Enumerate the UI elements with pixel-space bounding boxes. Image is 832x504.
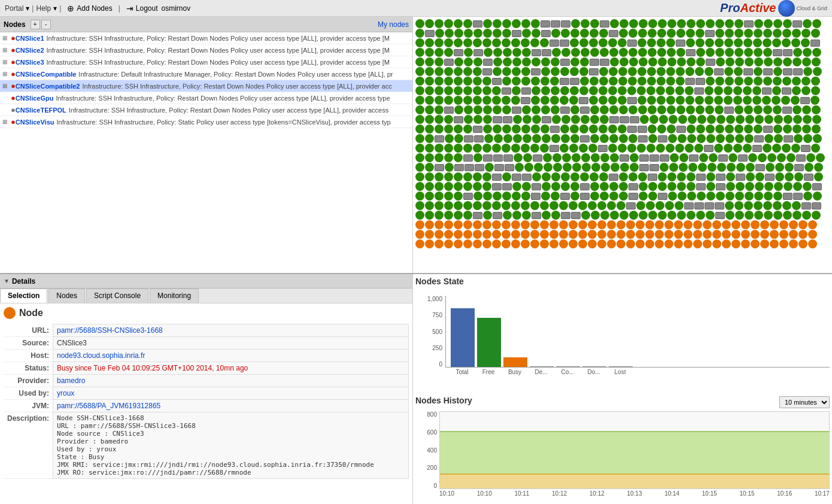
node-cell[interactable] bbox=[752, 145, 762, 152]
node-name[interactable]: CNSlice3 bbox=[16, 59, 44, 66]
node-cell[interactable] bbox=[687, 134, 696, 143]
node-cell[interactable] bbox=[600, 105, 609, 114]
node-cell[interactable] bbox=[764, 182, 773, 191]
node-cell[interactable] bbox=[570, 86, 579, 95]
node-cell[interactable] bbox=[435, 67, 444, 76]
node-cell[interactable] bbox=[425, 201, 434, 210]
node-cell[interactable] bbox=[772, 144, 781, 153]
node-cell[interactable] bbox=[657, 105, 666, 114]
node-cell[interactable] bbox=[789, 220, 798, 229]
node-name[interactable]: CNSliceCompatible bbox=[16, 71, 76, 78]
node-cell[interactable] bbox=[789, 239, 798, 248]
node-cell[interactable] bbox=[745, 134, 754, 143]
node-cell[interactable] bbox=[600, 20, 609, 28]
node-cell[interactable] bbox=[697, 115, 706, 124]
node-cell[interactable] bbox=[628, 48, 637, 57]
node-cell[interactable] bbox=[493, 212, 502, 219]
node-cell[interactable] bbox=[599, 125, 608, 133]
node-cell[interactable] bbox=[657, 77, 666, 86]
node-cell[interactable] bbox=[733, 86, 742, 95]
node-cell[interactable] bbox=[454, 201, 463, 210]
node-cell[interactable] bbox=[649, 164, 659, 171]
node-cell[interactable] bbox=[758, 153, 767, 162]
node-cell[interactable] bbox=[743, 38, 752, 47]
node-cell[interactable] bbox=[812, 202, 821, 210]
node-cell[interactable] bbox=[733, 144, 742, 153]
node-cell[interactable] bbox=[492, 230, 501, 239]
node-cell[interactable] bbox=[598, 145, 608, 152]
node-cell[interactable] bbox=[775, 163, 784, 172]
node-cell[interactable] bbox=[792, 77, 801, 86]
expand-icon[interactable]: ⊞ bbox=[2, 83, 11, 89]
node-cell[interactable] bbox=[435, 29, 444, 38]
node-cell[interactable] bbox=[543, 163, 552, 172]
node-cell[interactable] bbox=[532, 212, 541, 219]
node-cell[interactable] bbox=[714, 96, 723, 105]
node-cell[interactable] bbox=[579, 86, 588, 95]
node-cell[interactable] bbox=[668, 192, 677, 201]
node-cell[interactable] bbox=[667, 19, 676, 28]
node-cell[interactable] bbox=[415, 19, 424, 28]
node-cell[interactable] bbox=[638, 105, 647, 114]
node-cell[interactable] bbox=[754, 192, 763, 201]
node-cell[interactable] bbox=[493, 19, 502, 28]
node-cell[interactable] bbox=[760, 239, 769, 248]
node-cell[interactable] bbox=[503, 116, 512, 123]
node-cell[interactable] bbox=[463, 86, 472, 95]
node-cell[interactable] bbox=[597, 230, 606, 239]
node-cell[interactable] bbox=[725, 125, 734, 133]
node-cell[interactable] bbox=[726, 182, 735, 191]
node-cell[interactable] bbox=[743, 144, 752, 153]
node-cell[interactable] bbox=[687, 125, 696, 133]
node-cell[interactable] bbox=[666, 144, 675, 153]
node-cell[interactable] bbox=[607, 201, 616, 210]
node-cell[interactable] bbox=[763, 77, 772, 86]
node-cell[interactable] bbox=[425, 38, 434, 47]
node-cell[interactable] bbox=[617, 220, 625, 229]
node-cell[interactable] bbox=[627, 97, 637, 104]
node-cell[interactable] bbox=[767, 153, 776, 162]
node-cell[interactable] bbox=[532, 172, 541, 181]
node-cell[interactable] bbox=[553, 163, 562, 172]
node-cell[interactable] bbox=[512, 174, 521, 181]
node-cell[interactable] bbox=[578, 220, 587, 229]
node-cell[interactable] bbox=[425, 125, 434, 133]
node-cell[interactable] bbox=[620, 154, 629, 162]
node-cell[interactable] bbox=[493, 29, 502, 38]
node-cell[interactable] bbox=[590, 19, 599, 28]
node-cell[interactable] bbox=[551, 57, 560, 66]
node-cell[interactable] bbox=[736, 163, 745, 172]
node-cell[interactable] bbox=[745, 115, 754, 124]
node-cell[interactable] bbox=[540, 144, 549, 153]
node-cell[interactable] bbox=[705, 105, 714, 114]
node-cell[interactable] bbox=[590, 77, 599, 86]
node-cell[interactable] bbox=[755, 172, 764, 181]
node-cell[interactable] bbox=[618, 96, 627, 105]
node-cell[interactable] bbox=[618, 86, 627, 95]
node-cell[interactable] bbox=[551, 20, 560, 28]
node-cell[interactable] bbox=[640, 115, 649, 124]
node-cell[interactable] bbox=[589, 86, 598, 95]
node-cell[interactable] bbox=[734, 38, 743, 47]
node-cell[interactable] bbox=[754, 105, 763, 114]
node-cell[interactable] bbox=[601, 163, 610, 172]
node-cell[interactable] bbox=[570, 57, 579, 66]
node-cell[interactable] bbox=[745, 192, 754, 201]
node-cell[interactable] bbox=[639, 211, 648, 220]
node-cell[interactable] bbox=[493, 125, 502, 133]
node-cell[interactable] bbox=[674, 239, 683, 248]
node-cell[interactable] bbox=[687, 192, 696, 201]
node-cell[interactable] bbox=[618, 77, 627, 86]
node-cell[interactable] bbox=[648, 19, 657, 28]
node-cell[interactable] bbox=[733, 96, 742, 105]
node-cell[interactable] bbox=[415, 29, 424, 38]
node-cell[interactable] bbox=[483, 154, 493, 162]
node-cell[interactable] bbox=[627, 144, 636, 153]
node-cell[interactable] bbox=[597, 220, 606, 229]
node-cell[interactable] bbox=[667, 57, 676, 66]
node-cell[interactable] bbox=[745, 182, 754, 191]
node-cell[interactable] bbox=[629, 19, 638, 28]
node-cell[interactable] bbox=[502, 230, 511, 239]
node-cell[interactable] bbox=[803, 48, 812, 57]
tab-selection[interactable]: Selection bbox=[0, 289, 47, 303]
